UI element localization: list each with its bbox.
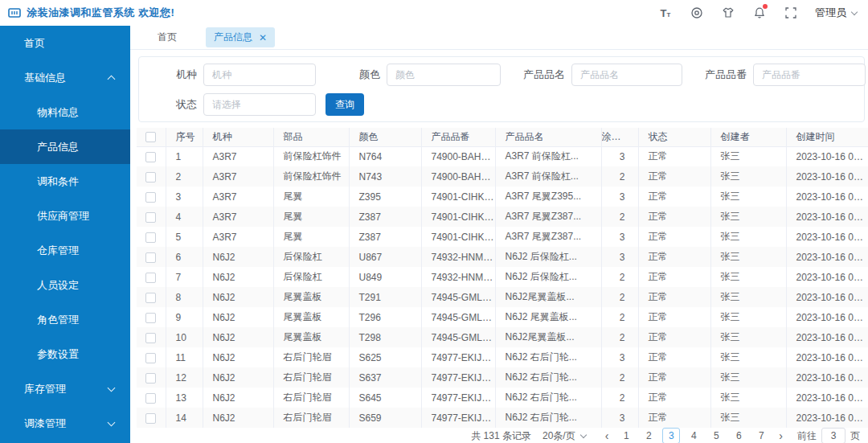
row-checkbox[interactable] [145, 373, 156, 384]
sidebar-item-首页[interactable]: 首页 [0, 26, 130, 60]
cell-color: S625 [349, 347, 421, 367]
row-checkbox[interactable] [145, 252, 156, 263]
close-icon[interactable]: ✕ [259, 33, 267, 43]
chevron-up-icon [108, 76, 116, 84]
row-checkbox[interactable] [145, 313, 156, 323]
page-button-3[interactable]: 3 [662, 428, 680, 443]
sidebar-item-label: 人员设定 [37, 278, 79, 293]
cell-coat_count: 2 [601, 166, 638, 187]
cell-index: 7 [166, 267, 203, 287]
cell-model: A3R7 [203, 166, 273, 187]
locale-icon[interactable] [690, 6, 704, 20]
filter-input-model[interactable] [203, 64, 316, 86]
chevron-down-icon [851, 8, 858, 14]
cell-color: N764 [349, 146, 421, 166]
page-size-select[interactable]: 20条/页 [542, 429, 586, 443]
row-checkbox[interactable] [145, 172, 156, 183]
row-checkbox[interactable] [145, 232, 156, 243]
page-button-5[interactable]: 5 [707, 428, 725, 443]
cell-color: U867 [349, 247, 421, 267]
cell-coat_count: 3 [601, 408, 638, 428]
cell-coat_count: 2 [601, 207, 638, 227]
cell-index: 5 [166, 227, 203, 247]
table-row: 2A3R7前保险杠饰件N74374900-BAHG00...A3R7 前保险杠.… [137, 166, 868, 187]
cell-part: 前保险杠饰件 [273, 146, 349, 166]
prev-page-button[interactable]: ‹ [599, 430, 616, 441]
table-row: 13N6J2右后门轮眉S64574977-EKIJM0...N6J2 右后门轮.… [137, 388, 868, 408]
sidebar-item-label: 参数设置 [37, 347, 79, 362]
cell-color: S645 [349, 388, 421, 408]
page-button-4[interactable]: 4 [685, 428, 702, 443]
row-checkbox[interactable] [145, 413, 156, 424]
row-check-cell [137, 388, 166, 408]
notification-icon[interactable] [752, 6, 767, 20]
tab-产品信息[interactable]: 产品信息✕ [206, 27, 275, 47]
cell-coat_count: 2 [601, 287, 638, 307]
filter-input-product_name[interactable] [571, 64, 682, 86]
user-menu[interactable]: 管理员 [815, 6, 857, 20]
row-checkbox[interactable] [145, 192, 156, 203]
row-checkbox[interactable] [145, 293, 156, 303]
sidebar-item-参数设置[interactable]: 参数设置 [0, 337, 130, 371]
total-records-text: 共 131 条记录 [471, 429, 531, 443]
row-check-cell [137, 207, 166, 227]
page-button-7[interactable]: 7 [752, 428, 770, 443]
row-checkbox[interactable] [145, 333, 156, 343]
page-button-2[interactable]: 2 [640, 428, 657, 443]
cell-model: N6J2 [203, 307, 273, 327]
next-page-button[interactable]: › [772, 430, 789, 441]
select-all-checkbox[interactable] [145, 132, 156, 142]
tab-首页[interactable]: 首页 [149, 27, 185, 47]
cell-creator: 张三 [710, 367, 786, 388]
cell-part_no: 74977-EKIJM0... [421, 388, 495, 408]
cell-created_at: 2023-10-16 00:... [786, 367, 868, 388]
filter-field-color: 颜色 [348, 64, 501, 86]
column-header-coat_count: 涂装次 [601, 128, 638, 146]
filter-input-part_no[interactable] [753, 64, 866, 86]
filter-input-status[interactable] [203, 93, 316, 116]
sidebar-item-调和条件[interactable]: 调和条件 [0, 164, 130, 199]
sidebar-item-产品信息[interactable]: 产品信息 [0, 129, 130, 164]
sidebar-item-供应商管理[interactable]: 供应商管理 [0, 199, 130, 233]
font-size-icon[interactable]: TT [658, 6, 673, 20]
sidebar-item-基础信息[interactable]: 基础信息 [0, 60, 130, 95]
sidebar-item-物料信息[interactable]: 物料信息 [0, 95, 130, 129]
row-checkbox[interactable] [145, 212, 156, 223]
row-checkbox[interactable] [145, 393, 156, 404]
sidebar-item-仓库管理[interactable]: 仓库管理 [0, 233, 130, 268]
cell-product_name: N6J2 后保险杠... [495, 267, 601, 287]
cell-part: 尾翼 [273, 227, 349, 247]
table-row: 12N6J2右后门轮眉S63774977-EKIJM0...N6J2 右后门轮.… [137, 367, 868, 388]
row-checkbox[interactable] [145, 152, 156, 162]
page-button-1[interactable]: 1 [617, 428, 635, 443]
cell-creator: 张三 [710, 146, 786, 166]
fullscreen-icon[interactable] [784, 6, 798, 20]
cell-creator: 张三 [710, 388, 786, 408]
sidebar-item-库存管理[interactable]: 库存管理 [0, 371, 130, 406]
user-name: 管理员 [815, 6, 846, 20]
cell-creator: 张三 [710, 267, 786, 287]
sidebar-item-人员设定[interactable]: 人员设定 [0, 268, 130, 302]
table-row: 6N6J2后保险杠U86774932-HNMP0...N6J2 后保险杠...3… [137, 247, 868, 267]
page-button-6[interactable]: 6 [730, 428, 747, 443]
row-checkbox[interactable] [145, 273, 156, 283]
cell-model: N6J2 [203, 388, 273, 408]
sidebar-item-调漆管理[interactable]: 调漆管理 [0, 406, 130, 441]
search-button[interactable]: 查询 [326, 93, 364, 116]
column-header-model: 机种 [203, 128, 273, 146]
main-content: 首页产品信息✕ 机种颜色产品品名产品品番 状态查询 序号机种部品颜色产品品番产品… [130, 26, 868, 443]
row-check-cell [137, 408, 166, 428]
sidebar-item-角色管理[interactable]: 角色管理 [0, 302, 130, 337]
cell-product_name: A3R7 尾翼Z387... [495, 207, 601, 227]
cell-part: 前保险杠饰件 [273, 166, 349, 187]
filter-field-model: 机种 [157, 64, 316, 86]
table-row: 11N6J2右后门轮眉S62574977-EKIJM0...N6J2 右后门轮.… [137, 347, 868, 367]
cell-color: N743 [349, 166, 421, 187]
goto-page-input[interactable]: 3 [821, 428, 845, 443]
filter-input-color[interactable] [387, 64, 501, 86]
row-checkbox[interactable] [145, 353, 156, 363]
column-header-part_no: 产品品番 [421, 128, 495, 146]
table-row: 1A3R7前保险杠饰件N76474900-BAHG00...A3R7 前保险杠.… [137, 146, 868, 166]
cell-coat_count: 2 [601, 367, 638, 388]
theme-icon[interactable] [721, 6, 735, 20]
